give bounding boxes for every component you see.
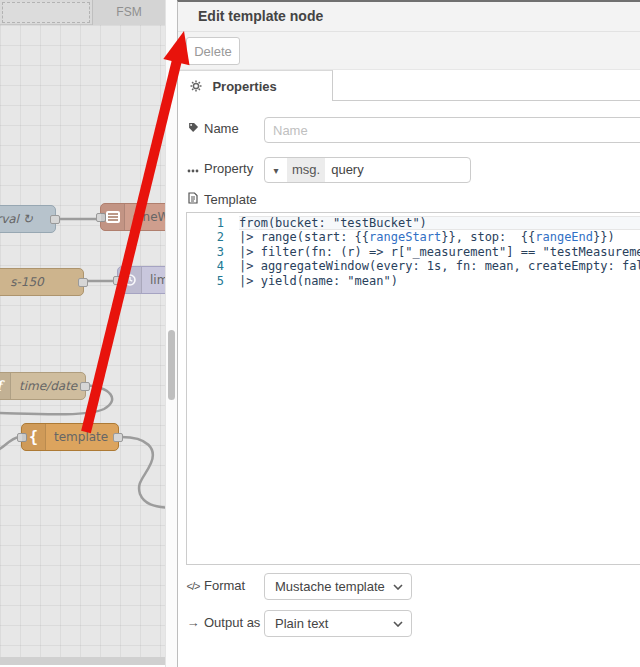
line-number: 1: [187, 216, 239, 230]
line-number: 3: [187, 245, 239, 259]
dialog-header: Edit template node: [178, 2, 640, 32]
code-line-row: 4|> aggregateWindow(every: 1s, fn: mean,…: [187, 259, 640, 273]
template-file-icon: [186, 188, 200, 212]
node-label: s-150: [0, 269, 83, 295]
output-port[interactable]: [113, 433, 123, 442]
typed-input-caret-icon[interactable]: ▾: [265, 158, 287, 182]
code-line-text: from(bucket: "testBucket"): [239, 216, 640, 230]
node-s150[interactable]: s-150: [0, 268, 84, 296]
code-line-row: 5|> yield(name: "mean"): [187, 274, 640, 288]
name-input[interactable]: [264, 117, 640, 143]
node-label: sineWave: [127, 204, 165, 230]
scrollbar-thumb[interactable]: [168, 330, 175, 400]
chevron-down-icon: [393, 584, 403, 590]
wave-icon: [101, 204, 125, 230]
tab-properties[interactable]: Properties: [178, 70, 333, 101]
output-port[interactable]: [50, 215, 60, 224]
delete-button[interactable]: Delete: [186, 37, 240, 65]
code-line-row: 1from(bucket: "testBucket"): [187, 216, 640, 230]
code-line-text: |> filter(fn: (r) => r["_measurement"] =…: [239, 245, 640, 259]
code-line-text: |> yield(name: "mean"): [239, 274, 640, 288]
format-select[interactable]: Mustache template: [264, 573, 412, 600]
edit-template-dialog: Edit template node Delete Properties: [177, 0, 640, 667]
canvas-horizontal-scrollbar[interactable]: [0, 657, 165, 665]
output-select[interactable]: Plain text: [264, 610, 412, 637]
node-label: template: [48, 424, 118, 450]
chevron-down-icon: [393, 621, 403, 627]
node-timedate[interactable]: f time/date: [0, 372, 86, 400]
flow-canvas[interactable]: interval ↻ sineWave s-150 limit 1 ms: [0, 25, 165, 657]
format-label: </>Format: [186, 574, 245, 598]
output-port[interactable]: [78, 278, 88, 287]
code-lines: 1from(bucket: "testBucket")2|> range(sta…: [187, 213, 640, 288]
node-sinewave[interactable]: sineWave: [100, 203, 165, 231]
template-code-editor[interactable]: 1from(bucket: "testBucket")2|> range(sta…: [186, 212, 640, 565]
node-template[interactable]: { template: [21, 423, 119, 451]
line-number: 2: [187, 230, 239, 244]
wire-template-out: [121, 437, 165, 508]
name-label: Name: [186, 117, 239, 141]
node-limit[interactable]: limit 1 ms: [117, 266, 165, 294]
property-typed-input[interactable]: ▾ msg. query: [264, 157, 471, 183]
node-red-editor: FSM interval ↻ sineWave s-150: [0, 0, 640, 667]
code-line-row: 3|> filter(fn: (r) => r["_measurement"] …: [187, 245, 640, 259]
clock-icon: [118, 267, 142, 293]
arrow-right-icon: →: [186, 611, 200, 635]
property-label: Property: [186, 157, 253, 181]
brace-icon: {: [22, 424, 46, 450]
dialog-title: Edit template node: [178, 2, 640, 30]
output-value: Plain text: [275, 616, 328, 631]
format-value: Mustache template: [275, 579, 385, 594]
node-label: limit 1 ms: [144, 267, 165, 293]
node-label: interval ↻: [0, 206, 55, 232]
workspace-tab-placeholder: [2, 2, 90, 23]
canvas-vertical-scrollbar[interactable]: [165, 0, 177, 667]
node-interval[interactable]: interval ↻: [0, 205, 56, 233]
dialog-toolbar: Delete: [178, 32, 640, 70]
property-type-chip[interactable]: msg.: [287, 158, 325, 182]
mustache-variable: rangeEnd: [535, 230, 593, 244]
ellipsis-icon: [186, 157, 200, 181]
workspace-tab-fsm[interactable]: FSM: [92, 0, 165, 25]
function-icon: f: [0, 373, 11, 399]
output-port[interactable]: [80, 382, 90, 391]
output-label: →Output as: [186, 611, 260, 635]
code-line-text: |> range(start: {{rangeStart}}, stop: {{…: [239, 230, 640, 244]
wires: [0, 25, 165, 657]
mustache-variable: rangeStart: [369, 230, 441, 244]
template-label: Template: [186, 188, 257, 212]
line-number: 5: [187, 274, 239, 288]
gear-icon: [190, 80, 202, 92]
code-line-row: 2|> range(start: {{rangeStart}}, stop: {…: [187, 230, 640, 244]
code-line-text: |> aggregateWindow(every: 1s, fn: mean, …: [239, 259, 640, 273]
dialog-tabbar: Properties: [178, 70, 640, 101]
tab-label: Properties: [212, 79, 276, 94]
code-format-icon: </>: [186, 574, 200, 598]
node-label: time/date: [13, 373, 85, 399]
line-number: 4: [187, 259, 239, 273]
tag-icon: [186, 117, 200, 141]
workspace-tabbar: FSM: [0, 0, 165, 25]
property-value[interactable]: query: [325, 158, 364, 182]
